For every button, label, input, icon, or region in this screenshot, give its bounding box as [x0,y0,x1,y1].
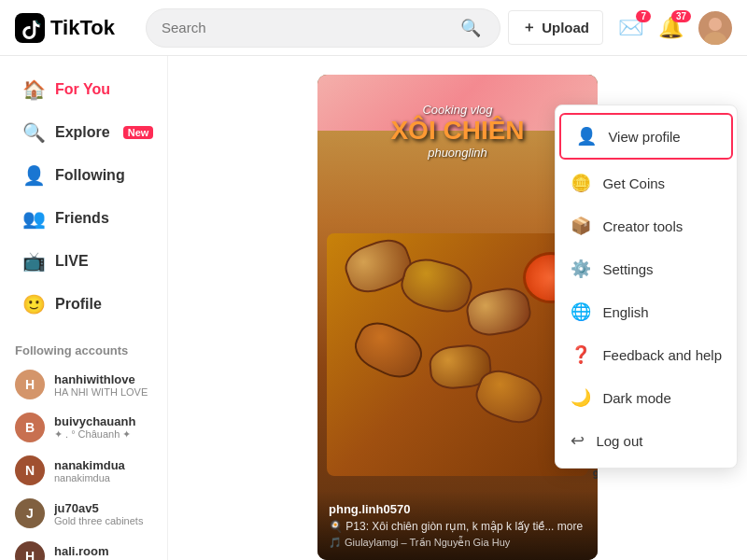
food-visual [327,233,588,476]
video-music: 🎵 Giulaylamgi – Trần Nguyễn Gia Huy [329,537,586,549]
svg-point-2 [709,18,722,31]
video-title: XÔI CHIÊN [390,117,524,146]
header-right: ＋ Upload ✉️ 7 🔔 37 [508,10,732,45]
sidebar-item-for-you[interactable]: 🏠 For You [7,69,160,110]
following-name: nanakimdua [54,458,125,472]
following-avatar: B [15,413,45,442]
sidebar-item-friends[interactable]: 👥 Friends [7,198,160,239]
following-info: hali.room hali.room [54,544,109,561]
following-sub: Gold three cabinets [54,515,143,526]
logout-label: Log out [596,433,642,449]
profile-icon: 🙂 [22,293,46,315]
dropdown-item-english[interactable]: 🌐 English [556,290,737,333]
messages-badge: 7 [636,10,651,22]
notifications-badge: 37 [671,10,691,22]
friends-icon: 👥 [22,207,46,230]
english-label: English [602,304,648,320]
creator-tools-icon: 📦 [571,216,591,236]
dropdown-item-feedback[interactable]: ❓ Feedback and help [556,333,737,376]
logo-text: TikTok [50,16,115,40]
sidebar-item-profile[interactable]: 🙂 Profile [7,284,160,325]
plus-icon: ＋ [522,19,536,36]
sidebar-item-following[interactable]: 👤 Following [7,155,160,196]
dropdown-item-dark-mode[interactable]: 🌙 Dark mode [556,376,737,419]
video-username-overlay: phuonglinh [390,146,524,160]
following-item[interactable]: B buivychauanh ✦ . ° Châuanh ✦ [0,406,167,449]
following-item[interactable]: H hali.room hali.room [0,535,167,560]
settings-icon: ⚙️ [571,259,591,279]
avatar-image [698,11,732,45]
food-item-3 [463,284,533,339]
following-avatar: H [15,541,45,560]
following-sub: ✦ . ° Châuanh ✦ [54,428,135,441]
following-name: ju70av5 [54,501,143,515]
live-icon: 📺 [22,250,46,273]
upload-button[interactable]: ＋ Upload [508,10,603,45]
following-avatar: J [15,498,45,528]
profile-avatar-button[interactable] [698,11,732,45]
share-count: 9 [593,469,598,482]
following-sub: HA NHI WITH LOVE [54,386,148,398]
creator-tools-label: Creator tools [602,218,683,234]
following-info: hanhiwithlove HA NHI WITH LOVE [54,372,148,398]
dropdown-item-logout[interactable]: ↩ Log out [556,419,737,462]
following-item[interactable]: H hanhiwithlove HA NHI WITH LOVE [0,363,167,406]
main-content: Cooking vlog XÔI CHIÊN phuonglinh [168,56,747,560]
feedback-label: Feedback and help [602,347,722,363]
tiktok-logo-icon [15,13,45,43]
dropdown-item-view-profile[interactable]: 👤 View profile [559,113,733,160]
dropdown-item-get-coins[interactable]: 🪙 Get Coins [556,161,737,204]
following-info: ju70av5 Gold three cabinets [54,501,143,526]
following-name: buivychauanh [54,414,135,428]
following-list: H hanhiwithlove HA NHI WITH LOVE B buivy… [0,363,167,560]
dark-mode-icon: 🌙 [571,387,591,408]
following-info: buivychauanh ✦ . ° Châuanh ✦ [54,414,135,441]
following-avatar: H [15,370,45,399]
get-coins-icon: 🪙 [571,173,591,193]
dropdown-item-creator-tools[interactable]: 📦 Creator tools [556,204,737,247]
search-button[interactable]: 🔍 [457,14,485,42]
search-bar[interactable]: 🔍 [146,8,500,48]
video-username: phng.linh0570 [329,502,586,516]
view-profile-label: View profile [608,129,680,145]
sidebar-item-explore[interactable]: 🔍 Explore New [7,112,160,153]
explore-icon: 🔍 [22,121,46,144]
following-section-title: Following accounts [0,332,167,363]
get-coins-label: Get Coins [602,175,665,191]
dropdown-menu: 👤 View profile 🪙 Get Coins 📦 Creator too… [555,105,738,469]
following-sub: nanakimdua [54,472,125,483]
following-item[interactable]: N nanakimdua nanakimdua [0,449,167,492]
header: TikTok 🔍 ＋ Upload ✉️ 7 🔔 37 [0,0,747,56]
view-profile-icon: 👤 [576,126,597,147]
following-info: nanakimdua nanakimdua [54,458,125,483]
logo: TikTok [15,13,146,43]
logout-icon: ↩ [571,430,585,451]
search-input[interactable] [162,20,457,35]
video-caption: 🍳 P13: Xôi chiên giòn rụm, k mập k lấy t… [329,520,586,533]
notifications-button[interactable]: 🔔 37 [658,16,684,40]
main-nav: 🏠 For You 🔍 Explore New 👤 Following 👥 Fr… [0,69,167,325]
following-icon: 👤 [22,164,46,187]
food-item-2 [397,253,477,318]
settings-label: Settings [602,261,653,277]
messages-button[interactable]: ✉️ 7 [618,16,643,40]
feedback-icon: ❓ [571,344,591,365]
food-item-4 [348,315,429,385]
sidebar-item-live[interactable]: 📺 LIVE [7,241,160,282]
video-overlay-text: Cooking vlog XÔI CHIÊN phuonglinh [390,103,524,160]
following-name: hanhiwithlove [54,372,148,386]
following-avatar: N [15,455,45,485]
sidebar: 🏠 For You 🔍 Explore New 👤 Following 👥 Fr… [0,56,168,560]
dropdown-item-settings[interactable]: ⚙️ Settings [556,247,737,290]
cooking-vlog-label: Cooking vlog [390,103,524,117]
following-name: hali.room [54,544,109,558]
home-icon: 🏠 [22,78,46,101]
video-bottom-info: phng.linh0570 🍳 P13: Xôi chiên giòn rụm,… [317,491,598,560]
following-item[interactable]: J ju70av5 Gold three cabinets [0,492,167,535]
english-icon: 🌐 [571,301,591,322]
body: 🏠 For You 🔍 Explore New 👤 Following 👥 Fr… [0,56,747,560]
dark-mode-label: Dark mode [602,390,670,406]
